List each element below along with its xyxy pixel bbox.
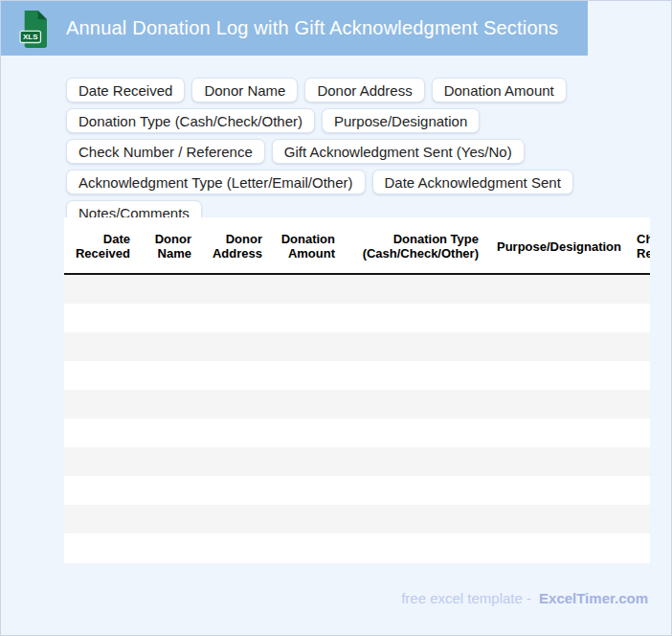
table-row (64, 361, 650, 390)
table-column-header: Donation Type (Cash/Check/Other) (344, 217, 487, 275)
column-chip[interactable]: Check Number / Reference (66, 139, 265, 164)
table-column-header: Donor Name (139, 217, 200, 275)
table-row (64, 304, 650, 332)
table-row (64, 390, 650, 419)
table-column-header: Purpose/Designation (487, 217, 631, 275)
template-preview-page: XLS Annual Donation Log with Gift Acknow… (0, 0, 672, 636)
table-column-header: Date Received (64, 217, 139, 275)
table-row (64, 476, 650, 505)
table-row (64, 505, 650, 534)
table-column-header: Donation Amount (271, 217, 344, 275)
footer-text: free excel template - (401, 590, 531, 606)
table-header-row: Date ReceivedDonor NameDonor AddressDona… (64, 217, 650, 275)
table-row (64, 447, 650, 476)
svg-text:XLS: XLS (23, 33, 37, 41)
column-chip[interactable]: Gift Acknowledgment Sent (Yes/No) (272, 139, 525, 164)
column-chip[interactable]: Donor Address (304, 78, 424, 102)
column-chip[interactable]: Donation Type (Cash/Check/Other) (66, 108, 315, 133)
table-row (64, 534, 650, 562)
table-column-header: Donor Address (200, 217, 271, 275)
table-body (64, 275, 650, 562)
column-chip[interactable]: Date Received (66, 78, 185, 102)
footer: free excel template - ExcelTimer.com (401, 587, 648, 608)
column-chip[interactable]: Donation Amount (432, 78, 567, 102)
title-bar: XLS Annual Donation Log with Gift Acknow… (1, 1, 588, 56)
donation-table: Date ReceivedDonor NameDonor AddressDona… (64, 217, 650, 563)
xls-file-icon: XLS (19, 10, 48, 49)
column-chip-list: Date ReceivedDonor NameDonor AddressDona… (66, 78, 667, 225)
table-column-header: Check Number / Reference (631, 217, 650, 275)
column-chip[interactable]: Purpose/Designation (322, 108, 480, 133)
table-row (64, 332, 650, 361)
footer-brand-link[interactable]: ExcelTimer.com (539, 590, 648, 606)
column-chip[interactable]: Donor Name (191, 78, 298, 102)
column-chip[interactable]: Date Acknowledgment Sent (372, 170, 573, 194)
table-row (64, 419, 650, 447)
table-row (64, 275, 650, 304)
page-title: Annual Donation Log with Gift Acknowledg… (66, 1, 558, 56)
column-chip[interactable]: Acknowledgment Type (Letter/Email/Other) (66, 170, 366, 194)
